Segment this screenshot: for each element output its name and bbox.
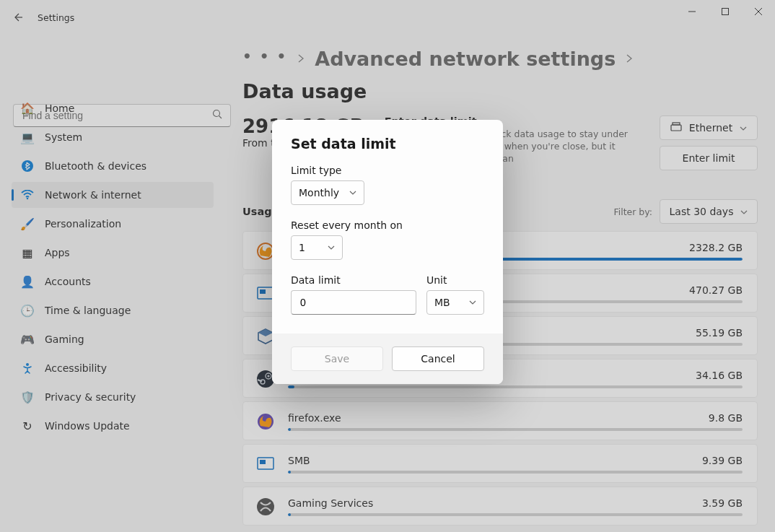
limit-type-select[interactable]: Monthly [291,180,364,205]
unit-value: MB [434,297,450,308]
save-button[interactable]: Save [291,346,383,371]
data-limit-input-wrapper[interactable] [291,290,416,315]
cancel-button[interactable]: Cancel [392,346,484,371]
cancel-label: Cancel [421,353,455,365]
chevron-down-icon [349,188,356,197]
chevron-down-icon [469,297,476,307]
data-limit-field-label: Data limit [291,274,416,286]
reset-day-select[interactable]: 1 [291,235,343,260]
reset-day-value: 1 [299,242,305,253]
limit-type-value: Monthly [299,187,339,199]
unit-select[interactable]: MB [426,290,484,315]
set-data-limit-dialog: Set data limit Limit type Monthly Reset … [272,120,503,384]
dialog-title: Set data limit [291,136,484,152]
data-limit-input[interactable] [299,296,408,309]
save-label: Save [325,353,349,365]
reset-day-label: Reset every month on [291,219,484,231]
limit-type-label: Limit type [291,165,484,176]
chevron-down-icon [328,243,335,252]
unit-label: Unit [426,274,484,286]
modal-scrim[interactable]: Set data limit Limit type Monthly Reset … [0,0,775,532]
